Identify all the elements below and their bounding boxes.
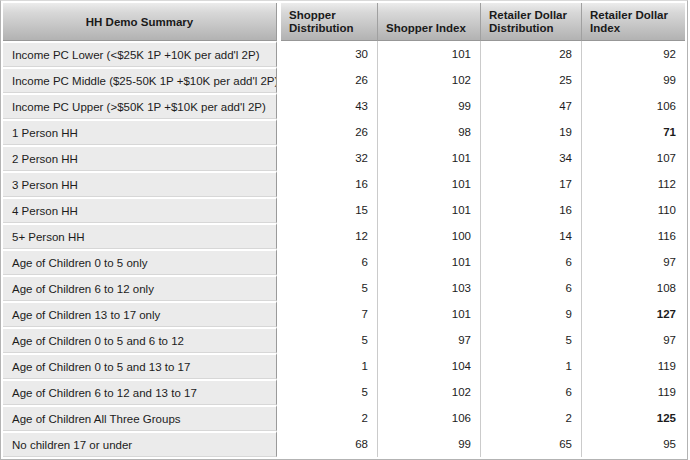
value-cell: 108 xyxy=(581,275,685,301)
value-cell: 99 xyxy=(377,431,480,457)
value-cell: 68 xyxy=(281,431,377,457)
value-cell: 116 xyxy=(581,223,685,249)
column-header-retailer-dollar-index[interactable]: Retailer Dollar Index xyxy=(581,3,685,41)
value-cell: 101 xyxy=(377,171,480,197)
value-cell: 100 xyxy=(377,223,480,249)
value-cell: 16 xyxy=(480,197,581,223)
value-cell: 6 xyxy=(281,249,377,275)
value-cell: 5 xyxy=(480,327,581,353)
value-cell: 2 xyxy=(281,405,377,431)
table-row: 1 Person HH 26 98 19 71 xyxy=(3,119,685,145)
row-label: 5+ Person HH xyxy=(3,223,277,249)
row-label: Age of Children 13 to 17 only xyxy=(3,301,277,327)
row-label: Age of Children 0 to 5 only xyxy=(3,249,277,275)
row-label: Age of Children 0 to 5 and 6 to 12 xyxy=(3,327,277,353)
value-cell: 5 xyxy=(281,327,377,353)
value-cell: 92 xyxy=(581,41,685,67)
table-row: Age of Children 0 to 5 and 13 to 17 1 10… xyxy=(3,353,685,379)
row-label: Age of Children 0 to 5 and 13 to 17 xyxy=(3,353,277,379)
value-cell: 102 xyxy=(377,379,480,405)
table-row: Age of Children 0 to 5 only 6 101 6 97 xyxy=(3,249,685,275)
row-label: 4 Person HH xyxy=(3,197,277,223)
row-label: 1 Person HH xyxy=(3,119,277,145)
value-cell: 32 xyxy=(281,145,377,171)
value-cell: 6 xyxy=(480,379,581,405)
value-cell: 97 xyxy=(581,327,685,353)
column-header-hh-demo-summary[interactable]: HH Demo Summary xyxy=(3,3,277,41)
value-cell: 14 xyxy=(480,223,581,249)
table-row: Age of Children All Three Groups 2 106 2… xyxy=(3,405,685,431)
row-label: 2 Person HH xyxy=(3,145,277,171)
value-cell: 26 xyxy=(281,67,377,93)
value-cell: 2 xyxy=(480,405,581,431)
value-cell: 97 xyxy=(581,249,685,275)
table-row: No children 17 or under 68 99 65 95 xyxy=(3,431,685,457)
table-row: 3 Person HH 16 101 17 112 xyxy=(3,171,685,197)
table-row: Income PC Middle ($25-50K 1P +$10K per a… xyxy=(3,67,685,93)
table-row: Age of Children 6 to 12 only 5 103 6 108 xyxy=(3,275,685,301)
column-header-shopper-index[interactable]: Shopper Index xyxy=(377,3,480,41)
value-cell: 127 xyxy=(581,301,685,327)
column-header-retailer-dollar-distribution[interactable]: Retailer Dollar Distribution xyxy=(480,3,581,41)
row-label: Income PC Lower (<$25K 1P +10K per add'l… xyxy=(3,41,277,67)
value-cell: 71 xyxy=(581,119,685,145)
row-label: Income PC Middle ($25-50K 1P +$10K per a… xyxy=(3,67,277,93)
value-cell: 119 xyxy=(581,379,685,405)
row-label: 3 Person HH xyxy=(3,171,277,197)
table-row: Age of Children 13 to 17 only 7 101 9 12… xyxy=(3,301,685,327)
value-cell: 1 xyxy=(281,353,377,379)
value-cell: 103 xyxy=(377,275,480,301)
value-cell: 119 xyxy=(581,353,685,379)
table-row: Income PC Upper (>$50K 1P +$10K per add'… xyxy=(3,93,685,119)
table-row: Income PC Lower (<$25K 1P +10K per add'l… xyxy=(3,41,685,67)
value-cell: 95 xyxy=(581,431,685,457)
value-cell: 101 xyxy=(377,41,480,67)
table-row: 4 Person HH 15 101 16 110 xyxy=(3,197,685,223)
value-cell: 43 xyxy=(281,93,377,119)
value-cell: 5 xyxy=(281,275,377,301)
value-cell: 25 xyxy=(480,67,581,93)
row-label: Income PC Upper (>$50K 1P +$10K per add'… xyxy=(3,93,277,119)
value-cell: 101 xyxy=(377,197,480,223)
value-cell: 104 xyxy=(377,353,480,379)
value-cell: 47 xyxy=(480,93,581,119)
value-cell: 1 xyxy=(480,353,581,379)
value-cell: 106 xyxy=(377,405,480,431)
value-cell: 112 xyxy=(581,171,685,197)
value-cell: 7 xyxy=(281,301,377,327)
value-cell: 5 xyxy=(281,379,377,405)
row-label: Age of Children 6 to 12 only xyxy=(3,275,277,301)
value-cell: 99 xyxy=(377,93,480,119)
row-label: Age of Children All Three Groups xyxy=(3,405,277,431)
value-cell: 106 xyxy=(581,93,685,119)
value-cell: 97 xyxy=(377,327,480,353)
value-cell: 16 xyxy=(281,171,377,197)
value-cell: 101 xyxy=(377,249,480,275)
value-cell: 65 xyxy=(480,431,581,457)
value-cell: 125 xyxy=(581,405,685,431)
table-header-row: HH Demo Summary Shopper Distribution Sho… xyxy=(3,3,685,41)
table-row: 5+ Person HH 12 100 14 116 xyxy=(3,223,685,249)
value-cell: 28 xyxy=(480,41,581,67)
value-cell: 110 xyxy=(581,197,685,223)
value-cell: 6 xyxy=(480,249,581,275)
column-header-shopper-distribution[interactable]: Shopper Distribution xyxy=(281,3,377,41)
value-cell: 26 xyxy=(281,119,377,145)
value-cell: 12 xyxy=(281,223,377,249)
hh-demo-summary-table: HH Demo Summary Shopper Distribution Sho… xyxy=(0,0,688,460)
table-row: 2 Person HH 32 101 34 107 xyxy=(3,145,685,171)
value-cell: 101 xyxy=(377,301,480,327)
value-cell: 99 xyxy=(581,67,685,93)
value-cell: 30 xyxy=(281,41,377,67)
value-cell: 34 xyxy=(480,145,581,171)
value-cell: 9 xyxy=(480,301,581,327)
table-row: Age of Children 0 to 5 and 6 to 12 5 97 … xyxy=(3,327,685,353)
value-cell: 101 xyxy=(377,145,480,171)
value-cell: 6 xyxy=(480,275,581,301)
value-cell: 102 xyxy=(377,67,480,93)
value-cell: 15 xyxy=(281,197,377,223)
value-cell: 19 xyxy=(480,119,581,145)
table-row: Age of Children 6 to 12 and 13 to 17 5 1… xyxy=(3,379,685,405)
value-cell: 17 xyxy=(480,171,581,197)
row-label: Age of Children 6 to 12 and 13 to 17 xyxy=(3,379,277,405)
